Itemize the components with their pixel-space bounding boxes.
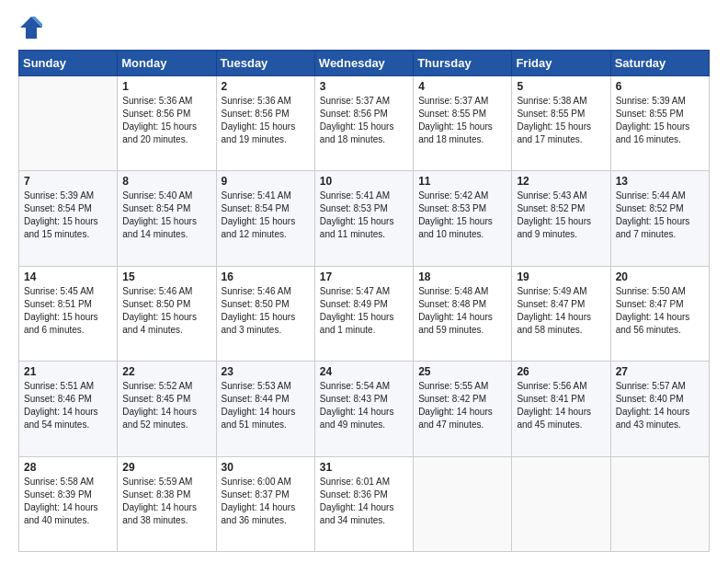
day-info: Sunrise: 5:44 AM Sunset: 8:52 PM Dayligh… (616, 190, 704, 241)
calendar-cell: 18Sunrise: 5:48 AM Sunset: 8:48 PM Dayli… (414, 266, 512, 361)
day-number: 3 (320, 80, 408, 93)
calendar-cell (19, 76, 118, 171)
day-info: Sunrise: 5:52 AM Sunset: 8:45 PM Dayligh… (122, 380, 210, 431)
day-number: 29 (122, 461, 210, 474)
day-info: Sunrise: 5:41 AM Sunset: 8:53 PM Dayligh… (320, 190, 408, 241)
calendar-week-4: 28Sunrise: 5:58 AM Sunset: 8:39 PM Dayli… (19, 456, 710, 551)
day-info: Sunrise: 5:47 AM Sunset: 8:49 PM Dayligh… (320, 285, 408, 337)
day-info: Sunrise: 6:00 AM Sunset: 8:37 PM Dayligh… (222, 476, 310, 527)
day-info: Sunrise: 5:54 AM Sunset: 8:43 PM Dayligh… (320, 380, 408, 431)
calendar-cell: 8Sunrise: 5:40 AM Sunset: 8:54 PM Daylig… (118, 171, 216, 266)
day-info: Sunrise: 5:37 AM Sunset: 8:56 PM Dayligh… (320, 95, 408, 146)
calendar-cell: 1Sunrise: 5:36 AM Sunset: 8:56 PM Daylig… (118, 76, 216, 171)
calendar-cell: 19Sunrise: 5:49 AM Sunset: 8:47 PM Dayli… (512, 266, 610, 361)
day-number: 25 (418, 365, 506, 378)
calendar-header-monday: Monday (118, 51, 216, 76)
calendar-cell (414, 456, 512, 551)
calendar-cell: 5Sunrise: 5:38 AM Sunset: 8:55 PM Daylig… (512, 76, 610, 171)
day-number: 15 (122, 270, 210, 283)
day-number: 11 (418, 175, 506, 188)
calendar-cell: 20Sunrise: 5:50 AM Sunset: 8:47 PM Dayli… (610, 266, 709, 361)
header (18, 15, 710, 40)
day-number: 6 (616, 80, 704, 93)
day-info: Sunrise: 5:43 AM Sunset: 8:52 PM Dayligh… (517, 190, 605, 241)
calendar-week-1: 7Sunrise: 5:39 AM Sunset: 8:54 PM Daylig… (19, 171, 710, 266)
calendar-cell: 4Sunrise: 5:37 AM Sunset: 8:55 PM Daylig… (414, 76, 512, 171)
calendar-header-sunday: Sunday (19, 51, 118, 76)
day-info: Sunrise: 5:48 AM Sunset: 8:48 PM Dayligh… (418, 285, 506, 337)
calendar-cell: 24Sunrise: 5:54 AM Sunset: 8:43 PM Dayli… (314, 362, 413, 456)
day-info: Sunrise: 5:53 AM Sunset: 8:44 PM Dayligh… (222, 380, 310, 431)
day-number: 10 (320, 175, 408, 188)
calendar-cell: 15Sunrise: 5:46 AM Sunset: 8:50 PM Dayli… (118, 266, 216, 361)
day-number: 1 (122, 80, 210, 93)
calendar-cell: 21Sunrise: 5:51 AM Sunset: 8:46 PM Dayli… (19, 362, 118, 456)
svg-marker-0 (20, 17, 42, 39)
day-info: Sunrise: 5:50 AM Sunset: 8:47 PM Dayligh… (616, 285, 704, 337)
day-number: 22 (122, 365, 210, 378)
day-number: 18 (418, 270, 506, 283)
day-info: Sunrise: 5:39 AM Sunset: 8:55 PM Dayligh… (616, 95, 704, 146)
calendar-cell (610, 456, 709, 551)
calendar-cell: 13Sunrise: 5:44 AM Sunset: 8:52 PM Dayli… (610, 171, 709, 266)
day-number: 4 (418, 80, 506, 93)
day-number: 14 (24, 270, 112, 283)
day-info: Sunrise: 5:55 AM Sunset: 8:42 PM Dayligh… (418, 380, 506, 431)
day-number: 17 (320, 270, 408, 283)
calendar-cell: 7Sunrise: 5:39 AM Sunset: 8:54 PM Daylig… (19, 171, 118, 266)
day-info: Sunrise: 5:38 AM Sunset: 8:55 PM Dayligh… (517, 95, 605, 146)
calendar-header-row: SundayMondayTuesdayWednesdayThursdayFrid… (19, 51, 710, 76)
calendar-header-saturday: Saturday (610, 51, 709, 76)
day-info: Sunrise: 5:56 AM Sunset: 8:41 PM Dayligh… (517, 380, 605, 431)
day-number: 28 (24, 461, 112, 474)
calendar-cell: 3Sunrise: 5:37 AM Sunset: 8:56 PM Daylig… (314, 76, 413, 171)
logo (18, 15, 48, 40)
day-number: 27 (616, 365, 704, 378)
day-info: Sunrise: 5:59 AM Sunset: 8:38 PM Dayligh… (122, 476, 210, 527)
calendar-header-friday: Friday (512, 51, 610, 76)
calendar-header-tuesday: Tuesday (216, 51, 314, 76)
calendar-header-thursday: Thursday (414, 51, 512, 76)
day-number: 19 (517, 270, 605, 283)
logo-icon (18, 15, 44, 40)
day-number: 26 (517, 365, 605, 378)
day-info: Sunrise: 6:01 AM Sunset: 8:36 PM Dayligh… (320, 476, 408, 527)
calendar-cell: 27Sunrise: 5:57 AM Sunset: 8:40 PM Dayli… (610, 362, 709, 456)
day-info: Sunrise: 5:36 AM Sunset: 8:56 PM Dayligh… (122, 95, 210, 146)
calendar-cell: 26Sunrise: 5:56 AM Sunset: 8:41 PM Dayli… (512, 362, 610, 456)
day-info: Sunrise: 5:46 AM Sunset: 8:50 PM Dayligh… (122, 285, 210, 337)
day-info: Sunrise: 5:42 AM Sunset: 8:53 PM Dayligh… (418, 190, 506, 241)
calendar-cell: 25Sunrise: 5:55 AM Sunset: 8:42 PM Dayli… (414, 362, 512, 456)
day-info: Sunrise: 5:40 AM Sunset: 8:54 PM Dayligh… (122, 190, 210, 241)
calendar-cell: 14Sunrise: 5:45 AM Sunset: 8:51 PM Dayli… (19, 266, 118, 361)
day-number: 8 (122, 175, 210, 188)
calendar-week-0: 1Sunrise: 5:36 AM Sunset: 8:56 PM Daylig… (19, 76, 710, 171)
calendar-table: SundayMondayTuesdayWednesdayThursdayFrid… (18, 50, 710, 552)
calendar-cell: 23Sunrise: 5:53 AM Sunset: 8:44 PM Dayli… (216, 362, 314, 456)
day-number: 24 (320, 365, 408, 378)
calendar-cell: 6Sunrise: 5:39 AM Sunset: 8:55 PM Daylig… (610, 76, 709, 171)
calendar-header-wednesday: Wednesday (314, 51, 413, 76)
day-info: Sunrise: 5:39 AM Sunset: 8:54 PM Dayligh… (24, 190, 112, 241)
day-number: 7 (24, 175, 112, 188)
day-number: 30 (222, 461, 310, 474)
calendar-cell: 10Sunrise: 5:41 AM Sunset: 8:53 PM Dayli… (314, 171, 413, 266)
calendar-cell: 9Sunrise: 5:41 AM Sunset: 8:54 PM Daylig… (216, 171, 314, 266)
day-number: 13 (616, 175, 704, 188)
day-number: 23 (222, 365, 310, 378)
calendar-cell: 17Sunrise: 5:47 AM Sunset: 8:49 PM Dayli… (314, 266, 413, 361)
calendar-week-3: 21Sunrise: 5:51 AM Sunset: 8:46 PM Dayli… (19, 362, 710, 456)
day-info: Sunrise: 5:46 AM Sunset: 8:50 PM Dayligh… (222, 285, 310, 337)
calendar-week-2: 14Sunrise: 5:45 AM Sunset: 8:51 PM Dayli… (19, 266, 710, 361)
calendar-cell: 29Sunrise: 5:59 AM Sunset: 8:38 PM Dayli… (118, 456, 216, 551)
calendar-cell: 16Sunrise: 5:46 AM Sunset: 8:50 PM Dayli… (216, 266, 314, 361)
day-info: Sunrise: 5:49 AM Sunset: 8:47 PM Dayligh… (517, 285, 605, 337)
calendar-cell: 31Sunrise: 6:01 AM Sunset: 8:36 PM Dayli… (314, 456, 413, 551)
day-info: Sunrise: 5:51 AM Sunset: 8:46 PM Dayligh… (24, 380, 112, 431)
day-number: 12 (517, 175, 605, 188)
day-info: Sunrise: 5:57 AM Sunset: 8:40 PM Dayligh… (616, 380, 704, 431)
page: SundayMondayTuesdayWednesdayThursdayFrid… (0, 0, 728, 563)
day-number: 31 (320, 461, 408, 474)
calendar-cell: 28Sunrise: 5:58 AM Sunset: 8:39 PM Dayli… (19, 456, 118, 551)
calendar-cell: 22Sunrise: 5:52 AM Sunset: 8:45 PM Dayli… (118, 362, 216, 456)
